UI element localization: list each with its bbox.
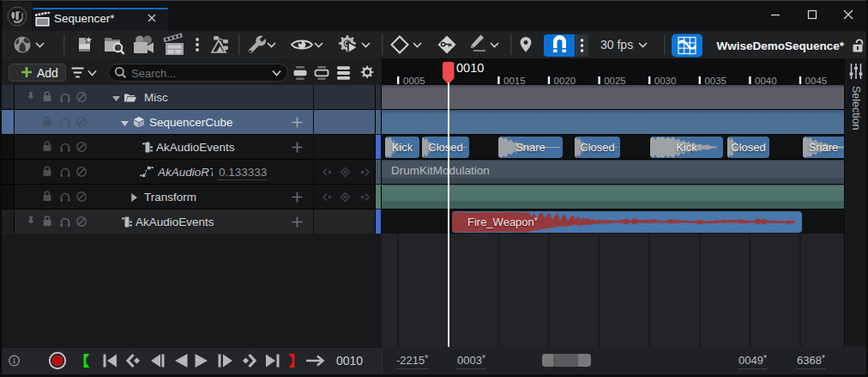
svg-text:0005: 0005 xyxy=(403,76,425,85)
svg-text:0010: 0010 xyxy=(456,61,484,75)
svg-text:0020: 0020 xyxy=(554,76,576,85)
svg-text:0025: 0025 xyxy=(604,76,626,85)
svg-text:0035: 0035 xyxy=(704,76,726,85)
svg-text:0040: 0040 xyxy=(755,76,777,85)
svg-text:0010: 0010 xyxy=(336,354,363,368)
svg-text:30 fps: 30 fps xyxy=(600,38,633,52)
svg-text:WwiseDemoSequence*: WwiseDemoSequence* xyxy=(716,40,844,52)
svg-text:0045: 0045 xyxy=(805,76,828,85)
svg-text:0015: 0015 xyxy=(503,76,526,85)
svg-text:0030: 0030 xyxy=(654,76,677,85)
